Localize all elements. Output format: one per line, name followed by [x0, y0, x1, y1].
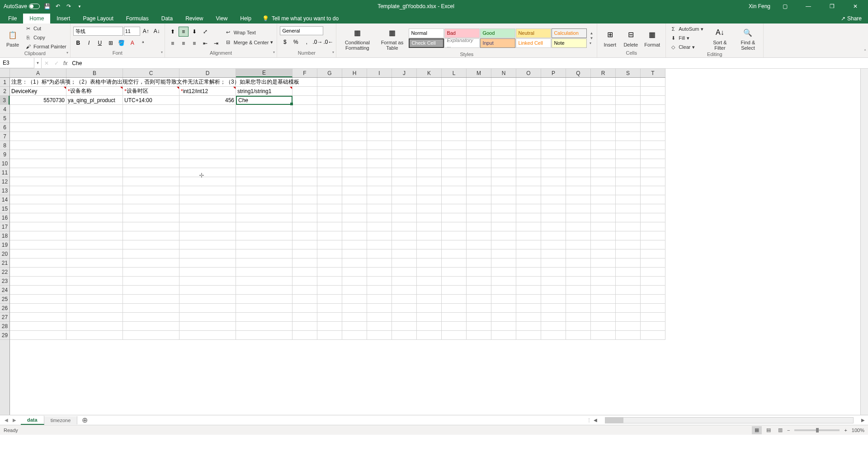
cell-A13[interactable] [10, 186, 66, 195]
cell-G20[interactable] [317, 249, 342, 258]
font-color-button[interactable]: A [127, 38, 137, 48]
cell-S13[interactable] [616, 186, 641, 195]
cell-S9[interactable] [616, 150, 641, 159]
col-header-E[interactable]: E [236, 69, 292, 77]
cell-R14[interactable] [591, 195, 616, 204]
cell-A14[interactable] [10, 195, 66, 204]
cell-I15[interactable] [367, 204, 392, 213]
cell-P6[interactable] [541, 123, 566, 132]
tab-insert[interactable]: Insert [50, 14, 76, 24]
cell-T17[interactable] [641, 222, 665, 231]
format-as-table-button[interactable]: ▦ Format as Table [377, 24, 407, 52]
cell-G12[interactable] [317, 177, 342, 186]
cell-D11[interactable] [179, 168, 236, 177]
maximize-icon[interactable]: ❐ [823, 0, 841, 13]
cell-I7[interactable] [367, 132, 392, 141]
minimize-icon[interactable]: — [799, 0, 817, 13]
col-header-T[interactable]: T [641, 69, 665, 77]
cell-R10[interactable] [591, 159, 616, 168]
cell-A20[interactable] [10, 249, 66, 258]
cell-E29[interactable] [236, 331, 292, 340]
cell-H3[interactable] [342, 96, 367, 105]
cell-M17[interactable] [467, 222, 491, 231]
row-header-28[interactable]: 28 [0, 322, 9, 331]
tab-home[interactable]: Home [23, 14, 50, 24]
cell-E2[interactable]: string1/string1 [236, 87, 292, 96]
cell-A10[interactable] [10, 159, 66, 168]
col-header-D[interactable]: D [179, 69, 236, 77]
cell-M6[interactable] [467, 123, 491, 132]
cell-S29[interactable] [616, 331, 641, 340]
cell-I27[interactable] [367, 313, 392, 322]
cell-E20[interactable] [236, 249, 292, 258]
cell-L11[interactable] [442, 168, 467, 177]
cell-C8[interactable] [123, 141, 179, 150]
cell-I21[interactable] [367, 258, 392, 268]
cell-O11[interactable] [516, 168, 541, 177]
increase-decimal-icon[interactable]: .0→ [312, 37, 322, 47]
cell-D28[interactable] [179, 322, 236, 331]
cell-K23[interactable] [417, 277, 442, 286]
cell-I6[interactable] [367, 123, 392, 132]
hscroll-left-icon[interactable]: ◀ [592, 418, 599, 423]
tab-help[interactable]: Help [234, 14, 258, 24]
cell-T26[interactable] [641, 304, 665, 313]
cell-R17[interactable] [591, 222, 616, 231]
cell-F3[interactable] [292, 96, 317, 105]
col-header-R[interactable]: R [591, 69, 616, 77]
cell-G13[interactable] [317, 186, 342, 195]
col-header-I[interactable]: I [367, 69, 392, 77]
cell-C18[interactable] [123, 231, 179, 240]
cut-button[interactable]: ✂Cut [24, 24, 67, 33]
font-name-select[interactable] [73, 27, 123, 36]
cell-J9[interactable] [392, 150, 417, 159]
cell-C6[interactable] [123, 123, 179, 132]
cell-F16[interactable] [292, 213, 317, 222]
cell-A15[interactable] [10, 204, 66, 213]
merge-center-button[interactable]: ⊟Merge & Center ▾ [224, 38, 274, 47]
cell-B22[interactable] [66, 268, 123, 277]
cell-P18[interactable] [541, 231, 566, 240]
cell-H21[interactable] [342, 258, 367, 268]
cell-J4[interactable] [392, 105, 417, 114]
cell-F29[interactable] [292, 331, 317, 340]
cell-D22[interactable] [179, 268, 236, 277]
font-size-select[interactable] [124, 27, 140, 36]
row-header-17[interactable]: 17 [0, 222, 9, 231]
cell-C13[interactable] [123, 186, 179, 195]
cell-B4[interactable] [66, 105, 123, 114]
cell-E11[interactable] [236, 168, 292, 177]
cell-J2[interactable] [392, 87, 417, 96]
cell-T19[interactable] [641, 240, 665, 249]
cell-R4[interactable] [591, 105, 616, 114]
cell-L9[interactable] [442, 150, 467, 159]
row-header-2[interactable]: 2 [0, 87, 9, 96]
cell-Q28[interactable] [566, 322, 591, 331]
cell-F11[interactable] [292, 168, 317, 177]
row-header-13[interactable]: 13 [0, 186, 9, 195]
cell-S10[interactable] [616, 159, 641, 168]
cell-M11[interactable] [467, 168, 491, 177]
col-header-O[interactable]: O [516, 69, 541, 77]
cell-I4[interactable] [367, 105, 392, 114]
cell-I29[interactable] [367, 331, 392, 340]
cell-R6[interactable] [591, 123, 616, 132]
cell-B25[interactable] [66, 295, 123, 304]
cell-H13[interactable] [342, 186, 367, 195]
cell-A5[interactable] [10, 114, 66, 123]
cell-B7[interactable] [66, 132, 123, 141]
cell-B11[interactable] [66, 168, 123, 177]
cell-N4[interactable] [491, 105, 516, 114]
row-header-9[interactable]: 9 [0, 150, 9, 159]
cell-G22[interactable] [317, 268, 342, 277]
cell-E24[interactable] [236, 286, 292, 295]
cell-L22[interactable] [442, 268, 467, 277]
cell-T6[interactable] [641, 123, 665, 132]
copy-button[interactable]: ⎘Copy [24, 33, 67, 42]
zoom-level[interactable]: 100% [852, 428, 864, 433]
sheet-tab-data[interactable]: data [21, 416, 44, 425]
cell-P23[interactable] [541, 277, 566, 286]
cell-I18[interactable] [367, 231, 392, 240]
collapse-ribbon-icon[interactable]: ˄ [864, 49, 866, 54]
cell-B16[interactable] [66, 213, 123, 222]
